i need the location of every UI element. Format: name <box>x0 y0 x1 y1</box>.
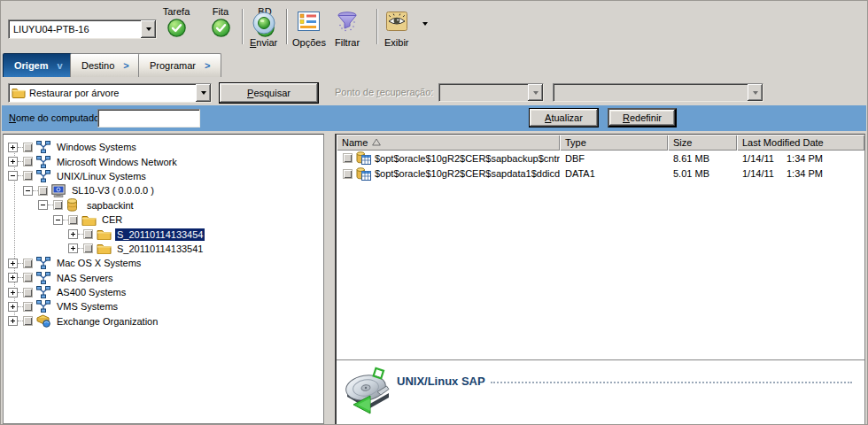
tab-source[interactable]: Origem v <box>3 53 74 77</box>
tree-item-checkbox[interactable] <box>23 157 33 166</box>
server-select-arrow[interactable] <box>141 20 156 38</box>
options-button-label: Opções <box>292 37 326 48</box>
update-button[interactable]: Atualizar <box>529 108 599 128</box>
tree-item[interactable]: CER <box>4 212 323 227</box>
panel-splitter[interactable] <box>324 134 335 424</box>
table-row[interactable]: $opt$oracle$10gR2$CER$sapdata1$ddicd... … <box>337 166 864 182</box>
tree-item-label[interactable]: CER <box>100 213 124 226</box>
tree-expand-toggle[interactable] <box>68 229 78 239</box>
database-table-icon <box>356 167 372 181</box>
tree-expand-toggle[interactable] <box>8 316 18 326</box>
tree-expand-toggle[interactable] <box>8 259 18 268</box>
tree-expand-toggle[interactable] <box>53 215 63 225</box>
tree-item-checkbox[interactable] <box>53 200 63 210</box>
tree-item[interactable]: Windows Systems <box>4 140 323 154</box>
row-checkbox[interactable] <box>343 169 353 179</box>
tree-item[interactable]: sapbackint <box>4 198 323 212</box>
tree-expand-toggle[interactable] <box>8 157 18 166</box>
tree-expand-toggle[interactable] <box>8 288 18 298</box>
file-table-body: $opt$oracle$10gR2$CER$sapbackup$cntrl...… <box>337 151 864 359</box>
column-header-name[interactable]: Name <box>337 135 560 151</box>
tab-destination[interactable]: Destino > <box>70 53 141 77</box>
tree-item-label[interactable]: Exchange Organization <box>55 315 159 328</box>
tree-expand-toggle[interactable] <box>23 186 33 196</box>
tree-item-checkbox[interactable] <box>68 215 78 225</box>
tree-item-checkbox[interactable] <box>23 316 33 326</box>
restore-view-arrow[interactable] <box>196 84 211 102</box>
tree-item[interactable]: Mac OS X Systems <box>4 256 323 270</box>
tree-expand-toggle[interactable] <box>8 302 18 312</box>
tree-item[interactable]: VMS Systems <box>4 299 323 313</box>
submit-button[interactable]: Enviar <box>247 11 280 49</box>
tree-item[interactable]: UNIX/Linux Systems <box>4 169 323 183</box>
column-header-name-label: Name <box>342 137 368 148</box>
details-dotted-rule <box>491 382 852 383</box>
tree-item-label[interactable]: UNIX/Linux Systems <box>55 170 148 182</box>
computer-name-input[interactable] <box>97 109 200 128</box>
chevron-right-icon: > <box>205 60 210 71</box>
tree-item[interactable]: S_20110114133454 <box>4 227 323 241</box>
tree-expand-toggle[interactable] <box>8 171 18 181</box>
server-select[interactable]: LIUYU04-PTB-16 <box>8 19 157 39</box>
tree-expand-toggle[interactable] <box>68 243 78 253</box>
tree-item[interactable]: S_20110114133541 <box>4 242 323 256</box>
tree-item-label[interactable]: AS400 Systems <box>55 286 128 298</box>
tab-schedule-label: Programar <box>150 60 196 71</box>
filter-button[interactable]: Filtrar <box>332 11 362 49</box>
tree-item-label[interactable]: Microsoft Windows Network <box>55 156 179 168</box>
row-type: DBF <box>565 153 585 164</box>
search-button[interactable]: Pesquisar <box>219 82 319 104</box>
green-check-icon <box>167 19 186 39</box>
tree-item[interactable]: Exchange Organization <box>4 314 323 328</box>
tree-expand-toggle[interactable] <box>8 273 18 282</box>
tree-item-label[interactable]: sapbackint <box>85 199 136 212</box>
tree-item-checkbox[interactable] <box>23 273 33 282</box>
tree-item-checkbox[interactable] <box>23 259 33 268</box>
tree-item-label[interactable]: Windows Systems <box>55 141 138 153</box>
tree-item-checkbox[interactable] <box>23 302 33 312</box>
computer-icon <box>51 184 67 197</box>
reset-button[interactable]: Redefinir <box>608 108 677 128</box>
tree-item[interactable]: AS400 Systems <box>4 285 323 299</box>
tree-item-label[interactable]: SL10-V3 ( 0.0.0.0 ) <box>70 184 156 197</box>
tree-expand-toggle[interactable] <box>38 200 48 210</box>
tree-item-label[interactable]: S_20110114133541 <box>115 243 205 255</box>
computer-name-bar: Nome do computador: Atualizar Redefinir <box>2 105 866 131</box>
exchange-icon <box>36 314 52 328</box>
tree-item-checkbox[interactable] <box>83 243 93 253</box>
view-button[interactable]: Exibir <box>382 11 412 49</box>
tree-item[interactable]: SL10-V3 ( 0.0.0.0 ) <box>4 183 323 197</box>
network-icon <box>36 155 52 168</box>
tree-item[interactable]: Microsoft Windows Network <box>4 154 323 168</box>
row-modified-time: 1:34 PM <box>787 153 823 164</box>
tree-item-checkbox[interactable] <box>38 186 48 196</box>
database-icon <box>66 198 82 212</box>
tree-item-label[interactable]: NAS Servers <box>55 272 115 284</box>
options-button[interactable]: Opções <box>290 11 329 49</box>
view-dropdown-arrow[interactable] <box>422 22 428 26</box>
tree-item-label[interactable]: Mac OS X Systems <box>55 257 143 269</box>
tree-expand-toggle[interactable] <box>8 143 18 152</box>
filter-button-label: Filtrar <box>335 37 360 48</box>
restore-view-select[interactable]: Restaurar por árvore <box>8 83 212 103</box>
tree-item-label[interactable]: S_20110114133454 <box>115 228 205 241</box>
backup-restore-window: LIUYU04-PTB-16 Tarefa Fita BD <box>0 0 868 425</box>
tree-item-checkbox[interactable] <box>23 288 33 298</box>
column-header-type[interactable]: Type <box>560 135 668 151</box>
tab-schedule[interactable]: Programar > <box>138 53 221 77</box>
tree-item-label[interactable]: VMS Systems <box>55 300 120 313</box>
file-table-header: Name Type Size Last Modified Date <box>337 135 864 151</box>
tree-item-checkbox[interactable] <box>23 171 33 181</box>
source-tree: Windows Systems Microsoft Windows Networ… <box>4 135 323 328</box>
status-indicator-label: Tarefa <box>163 6 190 19</box>
tree-item-checkbox[interactable] <box>23 143 33 152</box>
row-size: 8.61 MB <box>673 153 709 164</box>
network-icon <box>36 300 52 313</box>
column-header-size[interactable]: Size <box>668 135 737 151</box>
toolbar-separator <box>286 9 288 44</box>
tree-item[interactable]: NAS Servers <box>4 271 323 285</box>
column-header-modified[interactable]: Last Modified Date <box>737 135 864 151</box>
row-checkbox[interactable] <box>343 153 353 163</box>
tree-item-checkbox[interactable] <box>83 229 93 239</box>
table-row[interactable]: $opt$oracle$10gR2$CER$sapbackup$cntrl...… <box>337 151 864 166</box>
